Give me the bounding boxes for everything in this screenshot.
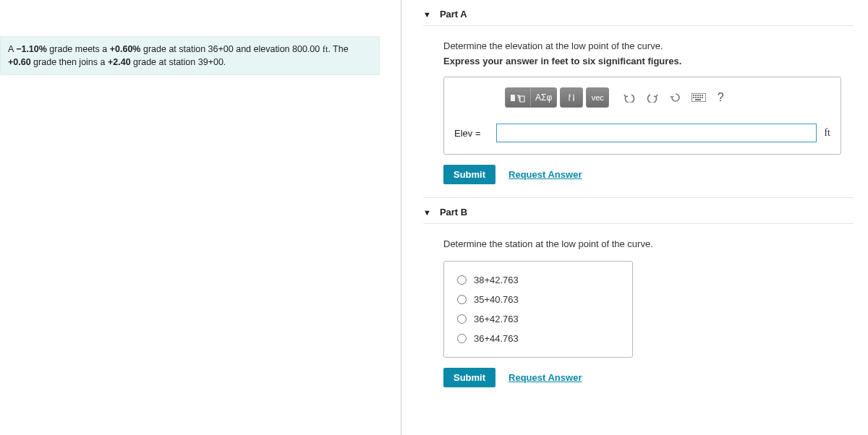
problem-statement-panel: A −1.10% grade meets a +0.60% grade at s…	[0, 0, 401, 435]
submit-button-b[interactable]: Submit	[443, 368, 495, 387]
part-b-body: Determine the station at the low point o…	[423, 224, 854, 400]
svg-rect-13	[697, 97, 699, 98]
part-b-title: Part B	[440, 207, 467, 218]
option-3-label: 36+44.763	[474, 333, 519, 344]
option-1-radio[interactable]	[457, 295, 467, 304]
svg-rect-7	[695, 95, 697, 96]
redo-button[interactable]	[642, 88, 663, 107]
svg-rect-8	[697, 95, 699, 96]
svg-rect-10	[702, 95, 703, 96]
option-0-radio[interactable]	[457, 275, 467, 285]
equation-toolbar: x ΑΣφ ↓↑ vec	[454, 87, 830, 108]
option-1[interactable]: 35+40.763	[457, 290, 619, 309]
subscript-button[interactable]: ↓↑	[561, 88, 582, 107]
svg-text:↑: ↑	[572, 96, 575, 103]
reset-button[interactable]	[665, 88, 686, 107]
part-b-prompt: Determine the station at the low point o…	[443, 238, 854, 249]
part-a-title: Part A	[440, 9, 467, 20]
option-3-radio[interactable]	[457, 334, 467, 343]
svg-rect-16	[695, 99, 701, 100]
answer-label: Elev =	[454, 128, 489, 139]
option-1-label: 35+40.763	[474, 294, 519, 305]
svg-rect-14	[699, 97, 701, 98]
part-a-body: Determine the elevation at the low point…	[423, 26, 854, 198]
request-answer-link-b[interactable]: Request Answer	[509, 372, 582, 383]
elevation-input[interactable]	[496, 124, 817, 142]
request-answer-link-a[interactable]: Request Answer	[509, 169, 582, 180]
templates-button[interactable]: x	[506, 88, 531, 107]
svg-rect-9	[699, 95, 701, 96]
problem-text: A −1.10% grade meets a +0.60% grade at s…	[0, 36, 380, 75]
submit-button-a[interactable]: Submit	[443, 165, 495, 184]
svg-rect-6	[693, 95, 694, 96]
option-0-label: 38+42.763	[474, 275, 519, 285]
part-a-instruction: Express your answer in feet to six signi…	[443, 56, 854, 66]
caret-down-icon: ▼	[423, 10, 431, 19]
vector-button[interactable]: vec	[587, 88, 608, 107]
answer-unit: ft	[824, 127, 830, 139]
svg-rect-12	[695, 97, 697, 98]
svg-text:↓: ↓	[569, 92, 571, 98]
option-2-label: 36+42.763	[474, 314, 519, 324]
svg-rect-0	[511, 95, 515, 101]
svg-rect-15	[702, 97, 703, 98]
option-3[interactable]: 36+44.763	[457, 329, 619, 348]
part-b-header[interactable]: ▼ Part B	[423, 198, 854, 224]
symbols-button[interactable]: ΑΣφ	[531, 88, 556, 107]
keyboard-button[interactable]	[689, 88, 709, 107]
caret-down-icon: ▼	[423, 208, 431, 217]
option-2-radio[interactable]	[457, 314, 467, 324]
undo-button[interactable]	[619, 88, 639, 107]
option-0[interactable]: 38+42.763	[457, 270, 619, 290]
svg-rect-2	[520, 96, 524, 102]
svg-rect-11	[693, 97, 694, 98]
part-a-prompt: Determine the elevation at the low point…	[443, 40, 854, 51]
part-a-header[interactable]: ▼ Part A	[423, 0, 854, 26]
help-button[interactable]: ?	[712, 91, 729, 104]
multiple-choice-frame: 38+42.763 35+40.763 36+42.763 36+44.763	[443, 261, 633, 358]
option-2[interactable]: 36+42.763	[457, 309, 619, 329]
answer-input-frame: x ΑΣφ ↓↑ vec	[443, 77, 841, 155]
